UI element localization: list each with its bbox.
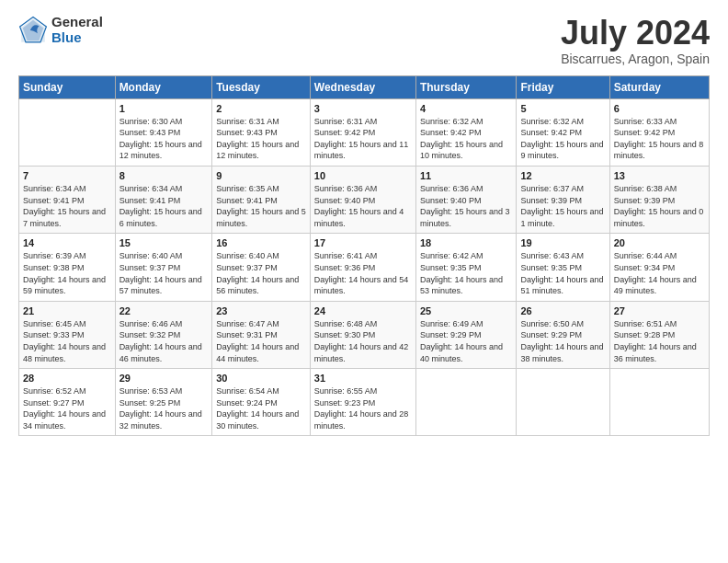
- table-cell: 25Sunrise: 6:49 AM Sunset: 9:29 PM Dayli…: [415, 301, 516, 368]
- table-cell: 31Sunrise: 6:55 AM Sunset: 9:23 PM Dayli…: [310, 369, 415, 436]
- day-info: Sunrise: 6:47 AM Sunset: 9:31 PM Dayligh…: [216, 318, 306, 364]
- day-info: Sunrise: 6:33 AM Sunset: 9:42 PM Dayligh…: [614, 116, 705, 162]
- day-number: 25: [420, 305, 512, 316]
- table-cell: 24Sunrise: 6:48 AM Sunset: 9:30 PM Dayli…: [310, 301, 415, 368]
- col-tuesday: Tuesday: [212, 75, 311, 98]
- header: General Blue July 2024 Biscarrues, Arago…: [18, 15, 710, 66]
- day-number: 29: [119, 373, 209, 384]
- table-cell: 5Sunrise: 6:32 AM Sunset: 9:42 PM Daylig…: [517, 98, 609, 166]
- logo-blue-text: Blue: [51, 30, 103, 46]
- day-number: 2: [216, 103, 306, 114]
- day-number: 22: [119, 305, 209, 316]
- col-friday: Friday: [517, 75, 609, 98]
- day-info: Sunrise: 6:46 AM Sunset: 9:32 PM Dayligh…: [119, 318, 209, 364]
- day-info: Sunrise: 6:49 AM Sunset: 9:29 PM Dayligh…: [420, 318, 512, 364]
- day-number: 9: [216, 170, 306, 181]
- table-cell: 29Sunrise: 6:53 AM Sunset: 9:25 PM Dayli…: [115, 369, 212, 436]
- calendar-week-row: 7Sunrise: 6:34 AM Sunset: 9:41 PM Daylig…: [19, 166, 710, 233]
- day-info: Sunrise: 6:34 AM Sunset: 9:41 PM Dayligh…: [23, 183, 111, 229]
- day-number: 17: [314, 237, 412, 248]
- table-cell: 7Sunrise: 6:34 AM Sunset: 9:41 PM Daylig…: [19, 166, 116, 233]
- table-cell: 30Sunrise: 6:54 AM Sunset: 9:24 PM Dayli…: [212, 369, 311, 436]
- col-thursday: Thursday: [415, 75, 516, 98]
- table-cell: 19Sunrise: 6:43 AM Sunset: 9:35 PM Dayli…: [517, 234, 609, 301]
- calendar-week-row: 14Sunrise: 6:39 AM Sunset: 9:38 PM Dayli…: [19, 234, 710, 301]
- day-number: 26: [520, 305, 605, 316]
- day-info: Sunrise: 6:41 AM Sunset: 9:36 PM Dayligh…: [314, 250, 412, 296]
- day-number: 24: [314, 305, 412, 316]
- day-number: 8: [119, 170, 209, 181]
- table-cell: 2Sunrise: 6:31 AM Sunset: 9:43 PM Daylig…: [212, 98, 311, 166]
- day-info: Sunrise: 6:37 AM Sunset: 9:39 PM Dayligh…: [520, 183, 605, 229]
- calendar-table: Sunday Monday Tuesday Wednesday Thursday…: [18, 75, 710, 437]
- table-cell: 13Sunrise: 6:38 AM Sunset: 9:39 PM Dayli…: [609, 166, 709, 233]
- table-cell: 21Sunrise: 6:45 AM Sunset: 9:33 PM Dayli…: [19, 301, 116, 368]
- table-cell: 8Sunrise: 6:34 AM Sunset: 9:41 PM Daylig…: [115, 166, 212, 233]
- day-number: 20: [614, 237, 705, 248]
- day-info: Sunrise: 6:48 AM Sunset: 9:30 PM Dayligh…: [314, 318, 412, 364]
- day-info: Sunrise: 6:55 AM Sunset: 9:23 PM Dayligh…: [314, 385, 412, 431]
- day-info: Sunrise: 6:54 AM Sunset: 9:24 PM Dayligh…: [216, 385, 306, 431]
- day-number: 19: [520, 237, 605, 248]
- table-cell: 14Sunrise: 6:39 AM Sunset: 9:38 PM Dayli…: [19, 234, 116, 301]
- page: General Blue July 2024 Biscarrues, Arago…: [0, 0, 728, 563]
- day-number: 15: [119, 237, 209, 248]
- day-number: 18: [420, 237, 512, 248]
- table-cell: 15Sunrise: 6:40 AM Sunset: 9:37 PM Dayli…: [115, 234, 212, 301]
- main-title: July 2024: [561, 15, 710, 52]
- day-number: 4: [420, 103, 512, 114]
- day-number: 5: [520, 103, 605, 114]
- col-saturday: Saturday: [609, 75, 709, 98]
- day-number: 3: [314, 103, 412, 114]
- table-cell: 9Sunrise: 6:35 AM Sunset: 9:41 PM Daylig…: [212, 166, 311, 233]
- table-cell: 12Sunrise: 6:37 AM Sunset: 9:39 PM Dayli…: [517, 166, 609, 233]
- table-cell: 23Sunrise: 6:47 AM Sunset: 9:31 PM Dayli…: [212, 301, 311, 368]
- day-info: Sunrise: 6:39 AM Sunset: 9:38 PM Dayligh…: [23, 250, 111, 296]
- day-info: Sunrise: 6:36 AM Sunset: 9:40 PM Dayligh…: [420, 183, 512, 229]
- day-number: 28: [23, 373, 111, 384]
- table-cell: 17Sunrise: 6:41 AM Sunset: 9:36 PM Dayli…: [310, 234, 415, 301]
- day-info: Sunrise: 6:52 AM Sunset: 9:27 PM Dayligh…: [23, 385, 111, 431]
- table-cell: 4Sunrise: 6:32 AM Sunset: 9:42 PM Daylig…: [415, 98, 516, 166]
- day-number: 27: [614, 305, 705, 316]
- title-block: July 2024 Biscarrues, Aragon, Spain: [561, 15, 710, 66]
- table-cell: 28Sunrise: 6:52 AM Sunset: 9:27 PM Dayli…: [19, 369, 116, 436]
- day-info: Sunrise: 6:32 AM Sunset: 9:42 PM Dayligh…: [420, 116, 512, 162]
- day-info: Sunrise: 6:36 AM Sunset: 9:40 PM Dayligh…: [314, 183, 412, 229]
- day-number: 12: [520, 170, 605, 181]
- table-cell: 16Sunrise: 6:40 AM Sunset: 9:37 PM Dayli…: [212, 234, 311, 301]
- day-number: 6: [614, 103, 705, 114]
- table-cell: 18Sunrise: 6:42 AM Sunset: 9:35 PM Dayli…: [415, 234, 516, 301]
- day-number: 23: [216, 305, 306, 316]
- day-info: Sunrise: 6:44 AM Sunset: 9:34 PM Dayligh…: [614, 250, 705, 296]
- day-info: Sunrise: 6:45 AM Sunset: 9:33 PM Dayligh…: [23, 318, 111, 364]
- col-wednesday: Wednesday: [310, 75, 415, 98]
- calendar-week-row: 1Sunrise: 6:30 AM Sunset: 9:43 PM Daylig…: [19, 98, 710, 166]
- logo-text: General Blue: [51, 15, 103, 45]
- day-info: Sunrise: 6:34 AM Sunset: 9:41 PM Dayligh…: [119, 183, 209, 229]
- calendar-header-row: Sunday Monday Tuesday Wednesday Thursday…: [19, 75, 710, 98]
- table-cell: [19, 98, 116, 166]
- day-info: Sunrise: 6:40 AM Sunset: 9:37 PM Dayligh…: [119, 250, 209, 296]
- table-cell: 10Sunrise: 6:36 AM Sunset: 9:40 PM Dayli…: [310, 166, 415, 233]
- day-number: 11: [420, 170, 512, 181]
- day-number: 16: [216, 237, 306, 248]
- table-cell: 20Sunrise: 6:44 AM Sunset: 9:34 PM Dayli…: [609, 234, 709, 301]
- col-monday: Monday: [115, 75, 212, 98]
- day-info: Sunrise: 6:53 AM Sunset: 9:25 PM Dayligh…: [119, 385, 209, 431]
- table-cell: 1Sunrise: 6:30 AM Sunset: 9:43 PM Daylig…: [115, 98, 212, 166]
- table-cell: 22Sunrise: 6:46 AM Sunset: 9:32 PM Dayli…: [115, 301, 212, 368]
- table-cell: 27Sunrise: 6:51 AM Sunset: 9:28 PM Dayli…: [609, 301, 709, 368]
- logo-general-text: General: [51, 15, 103, 30]
- day-info: Sunrise: 6:42 AM Sunset: 9:35 PM Dayligh…: [420, 250, 512, 296]
- day-number: 30: [216, 373, 306, 384]
- day-info: Sunrise: 6:32 AM Sunset: 9:42 PM Dayligh…: [520, 116, 605, 162]
- table-cell: [609, 369, 709, 436]
- day-info: Sunrise: 6:51 AM Sunset: 9:28 PM Dayligh…: [614, 318, 705, 364]
- day-number: 14: [23, 237, 111, 248]
- table-cell: 3Sunrise: 6:31 AM Sunset: 9:42 PM Daylig…: [310, 98, 415, 166]
- day-number: 7: [23, 170, 111, 181]
- day-info: Sunrise: 6:31 AM Sunset: 9:42 PM Dayligh…: [314, 116, 412, 162]
- day-number: 1: [119, 103, 209, 114]
- day-info: Sunrise: 6:35 AM Sunset: 9:41 PM Dayligh…: [216, 183, 306, 229]
